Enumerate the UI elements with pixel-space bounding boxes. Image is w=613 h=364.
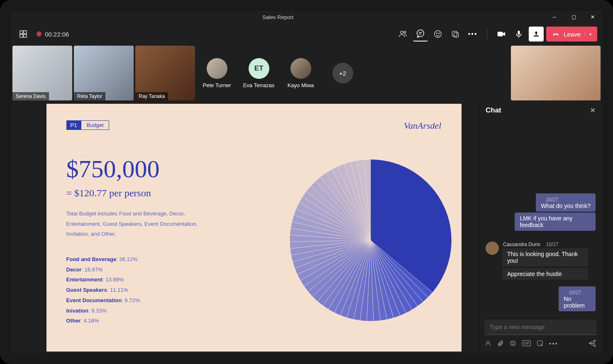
rooms-button[interactable] — [448, 27, 463, 42]
recording-timer: 00:22:06 — [37, 31, 69, 38]
svg-point-10 — [436, 33, 437, 34]
overflow-count: +2 — [332, 63, 353, 83]
svg-rect-16 — [534, 36, 539, 37]
format-icon — [485, 340, 491, 347]
avatar — [207, 58, 227, 79]
chat-panel: Chat ✕ 10/27 What do you think? LMK if y… — [479, 102, 602, 353]
page-label: Budget — [81, 120, 109, 130]
chat-message-own: 10/27 What do you think? — [536, 193, 596, 212]
svg-rect-1 — [24, 31, 27, 34]
message-text: What do you think? — [541, 203, 591, 209]
participant-name: Reta Taylor — [74, 92, 105, 100]
video-tile[interactable]: Serena Davis — [12, 46, 72, 100]
chevron-down-icon: ▾ — [585, 32, 591, 37]
chat-message-own: LMK if you have any feedback — [515, 213, 596, 231]
participant-name: Ray Tanaka — [135, 92, 168, 100]
avatar-tile[interactable]: Pete Turner — [197, 46, 237, 100]
svg-point-19 — [513, 342, 514, 343]
svg-rect-15 — [518, 31, 520, 35]
chat-button[interactable] — [413, 27, 428, 42]
close-window-button[interactable]: ✕ — [583, 11, 602, 23]
message-sender: Cassandra Dunn — [503, 242, 540, 247]
budget-description: Total Budget includes Food and Beverage,… — [66, 209, 216, 239]
leave-label: Leave — [564, 31, 581, 38]
legend-row: Event Documentation: 9.72% — [66, 296, 269, 306]
camera-icon — [497, 29, 506, 39]
svg-rect-12 — [452, 31, 457, 36]
format-button[interactable] — [485, 340, 491, 347]
ellipsis-icon: ••• — [468, 30, 478, 38]
slide-page-tab: P1 Budget — [66, 120, 442, 130]
page-badge: P1 — [66, 120, 81, 130]
minimize-button[interactable]: ─ — [545, 11, 564, 23]
chat-input[interactable] — [485, 320, 596, 335]
overflow-participants[interactable]: +2 — [322, 46, 363, 100]
avatar — [486, 242, 499, 255]
avatar-tile[interactable]: Kayo Miwa — [281, 46, 321, 100]
maximize-button[interactable]: ▢ — [564, 11, 583, 23]
svg-rect-14 — [498, 32, 503, 37]
video-tile[interactable]: Ray Tanaka — [135, 46, 195, 100]
sticker-button[interactable] — [537, 340, 543, 347]
more-actions-button[interactable]: ••• — [465, 27, 480, 42]
share-button[interactable] — [529, 27, 544, 42]
share-icon — [532, 30, 540, 38]
svg-rect-3 — [24, 34, 27, 37]
svg-rect-13 — [454, 33, 459, 37]
shared-content: VanArsdel P1 Budget $750,000 = $120.77 p… — [11, 102, 479, 353]
avatar — [291, 58, 311, 79]
legend-row: Other: 4.16% — [66, 316, 269, 326]
leave-button[interactable]: Leave ▾ — [546, 27, 597, 42]
chat-messages[interactable]: 10/27 What do you think? LMK if you have… — [479, 119, 602, 315]
budget-per-person: = $120.77 per person — [66, 188, 269, 199]
send-button[interactable] — [588, 339, 596, 347]
emoji-button[interactable] — [510, 340, 516, 347]
message-date: 10/27 — [546, 242, 558, 247]
slide: VanArsdel P1 Budget $750,000 = $120.77 p… — [46, 104, 462, 352]
camera-button[interactable] — [494, 27, 509, 42]
legend-row: Food and Beverage: 36.12% — [66, 254, 269, 265]
message-meta: Cassandra Dunn 10/27 — [502, 242, 596, 247]
paperclip-icon — [497, 340, 504, 347]
svg-rect-2 — [20, 34, 23, 37]
people-icon — [398, 29, 408, 39]
window-title: Sales Report — [11, 14, 545, 20]
avatar: ET — [249, 58, 269, 79]
svg-point-17 — [510, 341, 515, 346]
svg-point-6 — [417, 30, 424, 37]
record-icon — [37, 32, 42, 37]
mic-button[interactable] — [511, 27, 526, 42]
svg-point-18 — [512, 342, 512, 343]
participant-name: Pete Turner — [203, 82, 231, 88]
emoji-icon — [433, 29, 442, 39]
chat-icon — [416, 29, 425, 38]
message-date: 10/27 — [564, 289, 591, 296]
message-date: 10/27 — [541, 196, 591, 203]
participant-name: Eva Terrazas — [243, 82, 275, 88]
chat-compose-tools: GIF ••• — [485, 339, 596, 347]
svg-point-4 — [401, 31, 403, 34]
legend-row: Guest Speakers: 11.11% — [66, 285, 269, 296]
mic-icon — [515, 30, 523, 38]
grid-view-button[interactable] — [16, 27, 31, 42]
recording-timer-text: 00:22:06 — [45, 31, 69, 38]
legend-row: Entertainment: 13.89% — [66, 275, 269, 285]
reactions-button[interactable] — [430, 27, 445, 42]
chart-legend: Food and Beverage: 36.12%Decor: 16.67%En… — [66, 254, 269, 326]
gif-button[interactable]: GIF — [522, 340, 531, 346]
participant-name: Kayo Miwa — [288, 82, 314, 88]
pie-chart — [286, 155, 456, 325]
attach-button[interactable] — [497, 340, 504, 347]
avatar-tile[interactable]: ET Eva Terrazas — [239, 46, 279, 100]
svg-rect-20 — [537, 341, 542, 346]
participants-button[interactable] — [396, 27, 410, 42]
more-compose-button[interactable]: ••• — [549, 340, 558, 347]
sticker-icon — [537, 340, 543, 347]
participants-strip: Serena Davis Reta Taylor Ray Tanaka Pete… — [11, 45, 602, 102]
chat-message-other: Appreciate the hustle — [502, 268, 588, 280]
active-speaker-tile[interactable] — [511, 46, 601, 100]
close-chat-button[interactable]: ✕ — [590, 107, 596, 114]
brand-logo: VanArsdel — [404, 120, 441, 131]
video-tile[interactable]: Reta Taylor — [74, 46, 134, 100]
emoji-icon — [510, 340, 516, 347]
